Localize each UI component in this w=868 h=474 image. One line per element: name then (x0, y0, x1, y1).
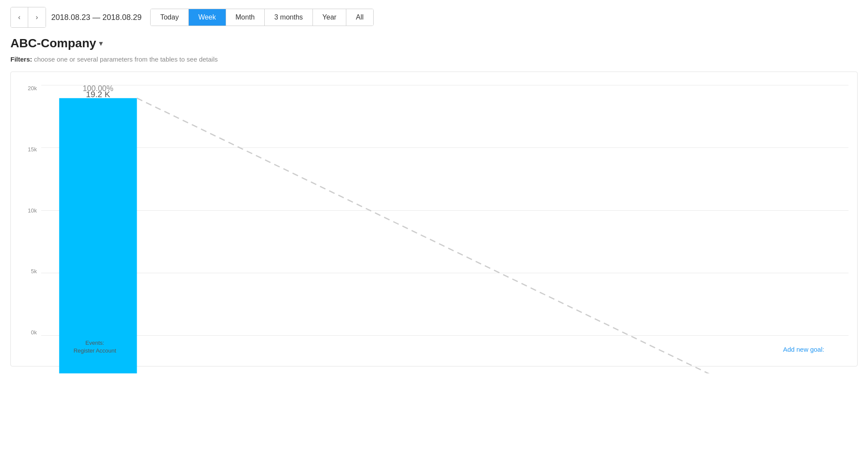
company-dropdown-icon[interactable]: ▾ (99, 39, 103, 48)
dashed-trend-line (137, 98, 806, 373)
y-label-10k: 10k (20, 207, 41, 214)
tab-week[interactable]: Week (189, 9, 226, 26)
tab-today[interactable]: Today (151, 9, 189, 26)
bar-value-label: 19.2 K (86, 90, 110, 99)
chart-area: 100.00% 19.2 K Events: Register Account … (41, 85, 848, 357)
y-label-15k: 15k (20, 146, 41, 153)
add-goal-section: Add new goal: (783, 346, 824, 353)
x-label-line2: Register Account (73, 347, 116, 354)
top-bar: ‹ › 2018.08.23 — 2018.08.29 Today Week M… (10, 7, 858, 28)
filters-label: Filters: (10, 56, 32, 63)
date-range: 2018.08.23 — 2018.08.29 (51, 13, 141, 22)
y-label-5k: 5k (20, 268, 41, 275)
chart-container: 0k 5k 10k 15k 20k 100.00% (10, 72, 858, 366)
tab-all[interactable]: All (346, 9, 373, 26)
company-header: ABC-Company ▾ (10, 36, 858, 50)
tab-3months[interactable]: 3 months (265, 9, 313, 26)
x-axis: Events: Register Account (41, 336, 848, 357)
time-tabs: Today Week Month 3 months Year All (150, 9, 374, 26)
add-goal-link[interactable]: Add new goal: (783, 346, 824, 353)
filters-row: Filters: choose one or several parameter… (10, 56, 858, 63)
prev-button[interactable]: ‹ (11, 7, 28, 27)
bar-register-account (59, 98, 137, 373)
y-axis: 0k 5k 10k 15k 20k (20, 85, 41, 357)
x-label-line1: Events: (85, 340, 104, 346)
company-name: ABC-Company (10, 36, 96, 50)
filters-hint-text: choose one or several parameters from th… (34, 56, 218, 63)
y-label-20k: 20k (20, 85, 41, 92)
x-label-events: Events: Register Account (73, 339, 116, 355)
y-label-0k: 0k (20, 329, 41, 336)
tab-month[interactable]: Month (226, 9, 265, 26)
chart-svg: 100.00% 19.2 K (41, 85, 848, 373)
next-button[interactable]: › (28, 7, 46, 27)
tab-year[interactable]: Year (313, 9, 346, 26)
nav-arrows: ‹ › (10, 7, 46, 28)
chart-inner: 0k 5k 10k 15k 20k 100.00% (20, 85, 848, 357)
